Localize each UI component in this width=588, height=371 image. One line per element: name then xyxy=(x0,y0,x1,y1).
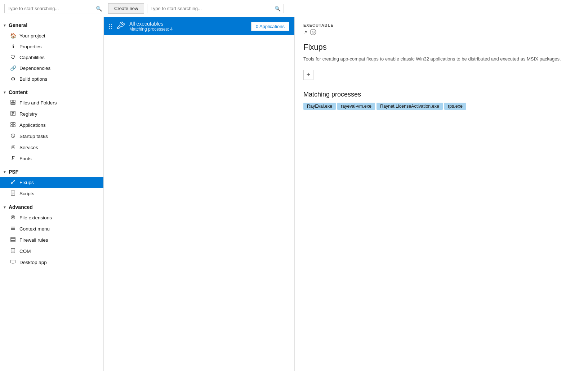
nav-label-dependencies: Dependencies xyxy=(19,66,50,71)
process-tag-0: RayEval.exe xyxy=(303,103,336,110)
svg-rect-9 xyxy=(11,125,13,127)
link-icon: 🔗 xyxy=(10,65,16,71)
sidebar-item-firewall-rules[interactable]: Firewall rules xyxy=(0,234,103,246)
shield-icon: 🛡 xyxy=(10,54,16,60)
executable-label: EXECUTABLE xyxy=(303,23,579,27)
middle-panel: All executables Matching processes: 4 0 … xyxy=(104,17,295,371)
executable-value: .* ⊘ xyxy=(303,29,579,35)
fixups-icon xyxy=(10,179,16,186)
applications-icon xyxy=(10,122,16,128)
svg-line-13 xyxy=(13,136,14,137)
firewall-icon xyxy=(10,237,16,243)
nav-label-registry: Registry xyxy=(19,111,37,117)
nav-label-scripts: Scripts xyxy=(19,191,34,196)
matching-processes-title: Matching processes xyxy=(303,91,579,98)
sidebar-item-scripts[interactable]: Scripts xyxy=(0,188,103,199)
sidebar-item-desktop-app[interactable]: Desktop app xyxy=(0,257,103,268)
svg-rect-25 xyxy=(11,237,15,242)
nav-label-your-project: Your project xyxy=(19,33,45,39)
svg-rect-10 xyxy=(13,125,15,127)
nav-label-file-extensions: File extensions xyxy=(19,215,52,220)
services-icon xyxy=(10,144,16,151)
sidebar-item-com[interactable]: COM xyxy=(0,246,103,257)
desktop-app-icon xyxy=(10,259,16,265)
nav-label-services: Services xyxy=(19,145,38,150)
svg-rect-2 xyxy=(11,103,15,105)
com-icon xyxy=(10,248,16,254)
svg-rect-30 xyxy=(11,249,15,253)
sidebar-item-startup-tasks[interactable]: Startup tasks xyxy=(0,131,103,142)
chevron-general: ▼ xyxy=(3,23,6,27)
process-tags-container: RayEval.exe rayeval-vm.exe Raynet.Licens… xyxy=(303,103,579,110)
sidebar-item-services[interactable]: Services xyxy=(0,142,103,153)
section-psf[interactable]: ▼ PSF xyxy=(0,164,103,177)
startup-icon xyxy=(10,133,16,139)
sidebar-item-fixups[interactable]: Fixups xyxy=(0,177,103,188)
nav-label-startup-tasks: Startup tasks xyxy=(19,134,48,139)
search-input-left[interactable] xyxy=(8,6,94,11)
item-subtitle: Matching processes: 4 xyxy=(129,27,247,32)
search-input-right[interactable] xyxy=(150,6,272,11)
context-menu-icon xyxy=(10,226,16,232)
sidebar: ▼ General 🏠 Your project ℹ Properties 🛡 … xyxy=(0,17,104,371)
search-icon-right: 🔍 xyxy=(275,6,281,12)
section-content[interactable]: ▼ Content xyxy=(0,84,103,97)
executable-pattern: .* xyxy=(303,29,307,35)
sidebar-item-build-options[interactable]: ⚙ Build options xyxy=(0,73,103,84)
add-fixup-button[interactable]: + xyxy=(303,70,313,80)
fixups-description: Tools for creating app-compat fixups to … xyxy=(303,55,579,63)
process-tag-2: Raynet.LicenseActivation.exe xyxy=(377,103,443,110)
process-tag-1: rayeval-vm.exe xyxy=(337,103,375,110)
file-ext-icon xyxy=(10,215,16,221)
fixups-title: Fixups xyxy=(303,43,579,52)
home-icon: 🏠 xyxy=(10,33,16,39)
item-title: All executables xyxy=(129,21,247,27)
item-info: All executables Matching processes: 4 xyxy=(129,21,247,32)
nav-label-properties: Properties xyxy=(19,44,42,49)
scripts-icon xyxy=(10,191,16,197)
nav-label-desktop-app: Desktop app xyxy=(19,260,47,265)
main-content: ▼ General 🏠 Your project ℹ Properties 🛡 … xyxy=(0,17,588,371)
nav-label-build-options: Build options xyxy=(19,76,47,82)
search-icon-left: 🔍 xyxy=(96,6,102,12)
drag-handle[interactable] xyxy=(109,24,112,29)
app-count-button[interactable]: 0 Applications xyxy=(251,22,289,31)
svg-point-15 xyxy=(11,145,15,149)
search-box-right: 🔍 xyxy=(147,4,284,13)
section-general[interactable]: ▼ General xyxy=(0,17,103,30)
sidebar-item-file-extensions[interactable]: File extensions xyxy=(0,212,103,223)
nav-label-files-folders: Files and Folders xyxy=(19,100,57,106)
sidebar-item-your-project[interactable]: 🏠 Your project xyxy=(0,30,103,41)
section-advanced-label: Advanced xyxy=(9,204,33,210)
nav-label-fixups: Fixups xyxy=(19,180,34,185)
create-new-button[interactable]: Create new xyxy=(108,3,144,14)
sidebar-item-files-folders[interactable]: Files and Folders xyxy=(0,97,103,108)
process-tag-3: rps.exe xyxy=(444,103,466,110)
search-box-left: 🔍 xyxy=(4,4,105,13)
fonts-icon: F xyxy=(10,156,16,161)
sidebar-item-properties[interactable]: ℹ Properties xyxy=(0,41,103,52)
svg-rect-8 xyxy=(13,122,15,124)
registry-icon xyxy=(10,111,16,117)
section-content-label: Content xyxy=(9,89,28,95)
files-icon xyxy=(10,100,16,106)
plus-icon: + xyxy=(307,71,311,79)
nav-label-com: COM xyxy=(19,249,31,254)
sidebar-item-capabilities[interactable]: 🛡 Capabilities xyxy=(0,52,103,63)
sidebar-item-dependencies[interactable]: 🔗 Dependencies xyxy=(0,63,103,73)
executable-item-row: All executables Matching processes: 4 0 … xyxy=(104,17,294,35)
sidebar-item-registry[interactable]: Registry xyxy=(0,108,103,120)
sidebar-item-applications[interactable]: Applications xyxy=(0,120,103,131)
sidebar-item-context-menu[interactable]: Context menu xyxy=(0,223,103,234)
nav-label-capabilities: Capabilities xyxy=(19,55,45,60)
svg-point-14 xyxy=(12,146,14,148)
wrench-icon xyxy=(116,21,125,32)
toolbar: 🔍 Create new 🔍 xyxy=(0,0,588,17)
sidebar-item-fonts[interactable]: F Fonts xyxy=(0,153,103,164)
nav-label-firewall-rules: Firewall rules xyxy=(19,237,48,243)
chevron-advanced: ▼ xyxy=(3,205,6,209)
svg-rect-0 xyxy=(11,100,13,103)
section-advanced[interactable]: ▼ Advanced xyxy=(0,199,103,212)
chevron-psf: ▼ xyxy=(3,170,6,174)
disabled-icon: ⊘ xyxy=(310,29,316,35)
